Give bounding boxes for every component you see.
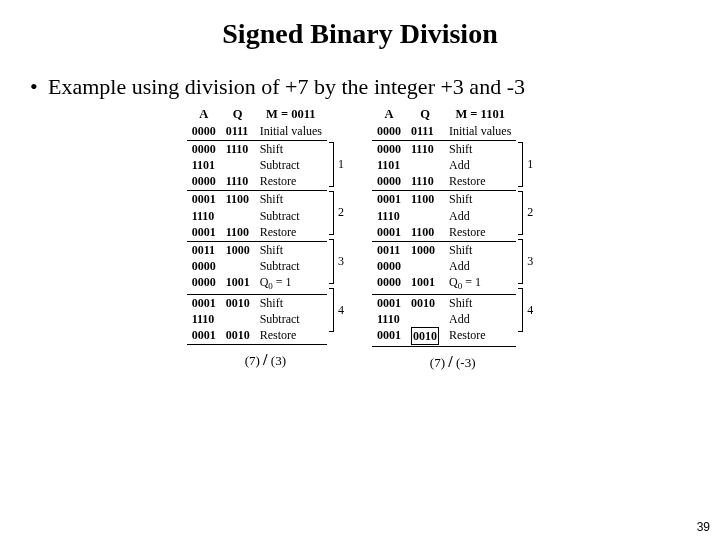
cell-op: Initial values <box>444 123 516 141</box>
step-number: 2 <box>338 205 344 220</box>
cell-op: Add <box>444 311 516 327</box>
step-bracket: 4 <box>329 286 344 335</box>
step-bracket: 1 <box>518 140 533 189</box>
slide-title: Signed Binary Division <box>30 18 690 50</box>
cell-a: 0001 <box>372 327 406 347</box>
cell-q <box>221 157 255 173</box>
step-number: 4 <box>338 303 344 318</box>
step-number: 2 <box>527 205 533 220</box>
cell-a: 0001 <box>187 294 221 311</box>
q0-label: Q0 = 1 <box>260 275 292 289</box>
right-block: AQM = 110100000111Initial values00001110… <box>372 106 533 372</box>
cell-op: Initial values <box>255 123 327 141</box>
bullet-text: Example using division of +7 by the inte… <box>48 74 525 99</box>
cell-op: Shift <box>444 294 516 311</box>
left-table: AQM = 001100000111Initial values00001110… <box>187 106 327 346</box>
cell-op: Subtract <box>255 157 327 173</box>
cell-a: 1101 <box>372 157 406 173</box>
cell-q <box>221 311 255 327</box>
cell-op: Shift <box>444 191 516 208</box>
cell-a: 0000 <box>372 258 406 274</box>
cell-q <box>406 208 444 224</box>
cell-a: 0000 <box>372 123 406 141</box>
cell-q: 1110 <box>406 140 444 157</box>
cell-op: Subtract <box>255 311 327 327</box>
col-a: A <box>372 106 406 123</box>
cell-q <box>406 157 444 173</box>
cell-a: 1101 <box>187 157 221 173</box>
cell-a: 1110 <box>372 208 406 224</box>
cell-q <box>406 311 444 327</box>
step-number: 4 <box>527 303 533 318</box>
cell-a: 0011 <box>187 241 221 258</box>
cell-a: 0000 <box>372 140 406 157</box>
right-caption: (7) / (-3) <box>372 353 533 371</box>
page-number: 39 <box>697 520 710 534</box>
tables-container: AQM = 001100000111Initial values00001110… <box>30 106 690 372</box>
cell-op: Shift <box>255 294 327 311</box>
cell-op: Subtract <box>255 208 327 224</box>
cell-a: 0000 <box>187 123 221 141</box>
cell-q <box>406 258 444 274</box>
cell-a: 1110 <box>187 311 221 327</box>
cell-op: Shift <box>444 140 516 157</box>
cell-a: 0000 <box>187 140 221 157</box>
bullet-dot: • <box>30 72 48 102</box>
cell-a: 0000 <box>372 274 406 294</box>
cell-a: 0001 <box>187 327 221 345</box>
q0-label: Q0 = 1 <box>449 275 481 289</box>
cell-a: 0011 <box>372 241 406 258</box>
cell-op: Restore <box>255 327 327 345</box>
col-q: Q <box>221 106 255 123</box>
cell-op: Shift <box>255 241 327 258</box>
cell-a: 0001 <box>372 294 406 311</box>
cell-a: 0001 <box>372 224 406 242</box>
cell-op: Add <box>444 208 516 224</box>
cell-q: 0111 <box>221 123 255 141</box>
cell-q: 1100 <box>221 191 255 208</box>
cell-q: 0010 <box>406 294 444 311</box>
cell-a: 0000 <box>187 274 221 294</box>
cell-op: Restore <box>255 173 327 191</box>
cell-op: Restore <box>444 173 516 191</box>
cell-q: 0010 <box>406 327 444 347</box>
col-a: A <box>187 106 221 123</box>
step-bracket: 4 <box>518 286 533 335</box>
right-caption-divisor: (-3) <box>456 355 476 370</box>
cell-q: 1110 <box>221 140 255 157</box>
step-number: 1 <box>338 157 344 172</box>
cell-q: 1001 <box>221 274 255 294</box>
cell-q: 0010 <box>221 294 255 311</box>
cell-a: 0000 <box>187 258 221 274</box>
cell-op: Restore <box>444 327 516 347</box>
cell-q <box>221 208 255 224</box>
cell-op: Restore <box>255 224 327 242</box>
cell-op: Shift <box>255 191 327 208</box>
cell-a: 0000 <box>372 173 406 191</box>
cell-a: 0000 <box>187 173 221 191</box>
cell-op: Add <box>444 258 516 274</box>
cell-q: 1001 <box>406 274 444 294</box>
cell-op: Subtract <box>255 258 327 274</box>
cell-q: 1000 <box>406 241 444 258</box>
step-number: 1 <box>527 157 533 172</box>
step-bracket: 1 <box>329 140 344 189</box>
cell-q: 1110 <box>406 173 444 191</box>
col-m: M = 1101 <box>444 106 516 123</box>
left-caption-slash: / <box>263 351 267 368</box>
left-caption-dividend: (7) <box>245 353 260 368</box>
right-brackets: 1234 <box>518 106 533 348</box>
step-number: 3 <box>338 254 344 269</box>
cell-a: 1110 <box>372 311 406 327</box>
cell-op: Add <box>444 157 516 173</box>
cell-q: 1100 <box>221 224 255 242</box>
left-brackets: 1234 <box>329 106 344 346</box>
step-bracket: 2 <box>329 189 344 238</box>
right-caption-slash: / <box>448 353 452 370</box>
cell-q: 1100 <box>406 191 444 208</box>
cell-q <box>221 258 255 274</box>
right-table: AQM = 110100000111Initial values00001110… <box>372 106 516 348</box>
cell-op: Restore <box>444 224 516 242</box>
cell-q: 0010 <box>221 327 255 345</box>
col-m: M = 0011 <box>255 106 327 123</box>
